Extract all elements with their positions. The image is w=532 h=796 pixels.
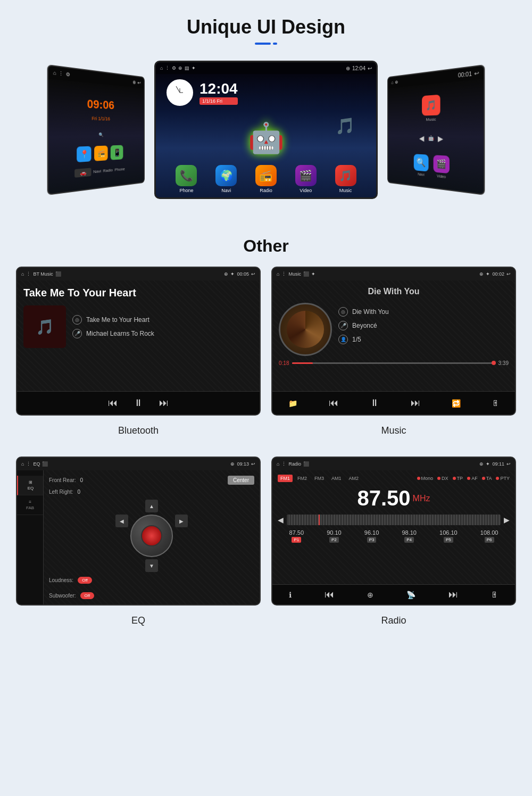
music-progress-bar[interactable]: [292, 362, 495, 364]
title-underline: [255, 43, 277, 45]
music-prev-btn[interactable]: ⏮: [329, 397, 338, 409]
radio-broadcast-btn[interactable]: 📡: [406, 591, 415, 599]
right-navi-icon[interactable]: 🔍: [414, 154, 429, 171]
center-loc-icon: ⊕: [346, 65, 350, 71]
eq-sidebar-eq-label: EQ: [28, 486, 34, 491]
radio-preset-2[interactable]: 90.10 P2: [327, 529, 342, 543]
center-menu-icon: ⋮: [165, 65, 170, 71]
center-time-area: 12:04 1/1/16 Fri: [156, 74, 376, 111]
radio-app-icon[interactable]: 📻: [255, 165, 277, 186]
radio-preset-4[interactable]: 98.10 P4: [402, 529, 417, 543]
left-screen: ⌂ ⋮ ⚙ ⊕ ↩ 09:06 Fri 1/1/16 🔍 📍 📻 📱 🚗: [47, 64, 145, 195]
music-folder-btn[interactable]: 📁: [288, 399, 297, 408]
android-robot-area: 🤖 🎵: [156, 111, 376, 165]
right-prev-icon[interactable]: ◀: [419, 134, 425, 143]
radio-title-label: Radio: [288, 461, 301, 467]
center-app-radio[interactable]: 📻 Radio: [255, 165, 277, 193]
navi-app-icon[interactable]: 🌍: [215, 165, 237, 186]
music-track-row: ◎ Die With You: [338, 307, 389, 317]
eq-title-label: EQ: [33, 461, 40, 467]
center-app-music[interactable]: 🎵 Music: [335, 165, 356, 193]
eq-arrow-right[interactable]: ▶: [175, 515, 188, 527]
music-note-icon: 🎵: [335, 117, 355, 135]
phone-app-label: Phone: [179, 188, 193, 193]
radio-presets: 87.50 P1 90.10 P2 96.10 P3 98.10 P4 106.…: [278, 529, 510, 543]
radio-tune-right-icon[interactable]: ▶: [504, 516, 510, 524]
music-usb-icon: ✦: [311, 271, 315, 277]
radio-tune-left-icon[interactable]: ◀: [278, 516, 284, 524]
radio-fm1-btn[interactable]: FM1: [278, 475, 293, 482]
music-repeat-btn[interactable]: 🔁: [452, 399, 461, 408]
music-app-icon[interactable]: 🎵: [335, 165, 356, 186]
left-navi-icon[interactable]: 📍: [77, 146, 91, 162]
right-video-icon[interactable]: 🎬: [434, 155, 450, 173]
radio-tuner-bar[interactable]: [287, 515, 501, 525]
radio-fm3-btn[interactable]: FM3: [312, 475, 327, 482]
video-app-icon[interactable]: 🎬: [295, 165, 317, 186]
radio-am1-btn[interactable]: AM1: [329, 475, 344, 482]
preset5-label: P5: [444, 537, 453, 543]
menu-icon: ⋮: [59, 71, 64, 77]
music-pause-btn[interactable]: ⏸: [370, 397, 379, 409]
eq-loudness-toggle[interactable]: Off: [78, 577, 92, 584]
eq-arrow-down[interactable]: ▼: [145, 559, 158, 572]
eq-arrow-up[interactable]: ▲: [145, 500, 158, 512]
radio-eq-btn[interactable]: 🎚: [491, 591, 498, 599]
center-app-video[interactable]: 🎬 Video: [295, 165, 317, 193]
music-home-icon: ⌂: [277, 271, 279, 277]
radio-info-btn[interactable]: ℹ: [289, 591, 292, 599]
right-music-icon[interactable]: 🎵: [422, 95, 440, 116]
underline-bar-short: [273, 43, 277, 45]
bt-pause-btn[interactable]: ⏸: [134, 397, 143, 409]
eq-arrow-left[interactable]: ◀: [115, 515, 128, 527]
eq-sidebar-fab[interactable]: ≡ FAB: [17, 495, 43, 515]
eq-subwoofer-toggle[interactable]: Off: [80, 592, 95, 599]
left-car-btn[interactable]: 🚗: [74, 168, 91, 177]
eq-center-button[interactable]: Center: [228, 476, 254, 485]
radio-prev-btn[interactable]: ⏮: [325, 589, 334, 600]
radio-time: 09:11: [492, 461, 504, 467]
right-music-app[interactable]: 🎵 Music: [422, 95, 440, 122]
right-back-icon: ↩: [474, 70, 479, 77]
eq-left-right-value: 0: [78, 489, 81, 495]
preset6-label: P6: [485, 537, 494, 543]
eq-loudness-label: Loudness:: [49, 577, 73, 583]
bt-player-controls: ⏮ ⏸ ⏭: [17, 391, 260, 414]
right-screen: ⌂ ⊕ 00:01 ↩ 🎵 Music ◀ 🤖 ▶ �: [387, 64, 485, 195]
right-video-app[interactable]: 🎬 Video: [434, 155, 450, 179]
music-next-btn[interactable]: ⏭: [411, 397, 420, 409]
radio-controls: ℹ ⏮ ⊕ 📡 ⏭ 🎚: [272, 584, 515, 604]
left-radio-icon[interactable]: 📻: [94, 145, 107, 161]
bt-prev-btn[interactable]: ⏮: [108, 397, 118, 409]
eq-gps-icon: ⊕: [230, 461, 235, 467]
date-badge: 1/1/16 Fri: [200, 97, 238, 105]
radio-preset-1[interactable]: 87.50 P1: [289, 529, 304, 543]
radio-fm2-btn[interactable]: FM2: [295, 475, 310, 482]
screens-container: ⌂ ⋮ ⚙ ⊕ ↩ 09:06 Fri 1/1/16 🔍 📍 📻 📱 🚗: [11, 55, 521, 204]
radio-preset-5[interactable]: 106.10 P5: [439, 529, 458, 543]
left-phone-icon[interactable]: 📱: [111, 145, 123, 160]
radio-bt-icon: ✦: [486, 461, 490, 467]
radio-next-btn[interactable]: ⏭: [448, 589, 458, 600]
center-app-navi[interactable]: 🌍 Navi: [215, 165, 237, 193]
back-icon: ↩: [137, 80, 140, 86]
radio-preset-6[interactable]: 108.00 P6: [480, 529, 498, 543]
bt-next-btn[interactable]: ⏭: [159, 397, 169, 409]
right-next-icon[interactable]: ▶: [438, 134, 443, 143]
eq-knob[interactable]: [130, 515, 173, 557]
music-eq-btn[interactable]: 🎚: [492, 399, 500, 408]
radio-preset-3[interactable]: 96.10 P3: [364, 529, 379, 543]
phone-app-icon[interactable]: 📞: [176, 165, 197, 186]
music-artist-row: 🎤 Beyoncé: [338, 321, 389, 330]
eq-sidebar: ⊞ EQ ≡ FAB: [17, 470, 44, 604]
radio-am2-btn[interactable]: AM2: [346, 475, 362, 482]
radio-tp: TP: [453, 476, 463, 481]
center-app-phone[interactable]: 📞 Phone: [176, 165, 197, 193]
eq-grid-icon: ⊞: [29, 480, 32, 485]
bt-title: BT Music: [33, 271, 53, 277]
right-music-controls: ◀ 🤖 ▶: [414, 134, 448, 143]
eq-sidebar-eq[interactable]: ⊞ EQ: [17, 476, 43, 495]
right-navi-app[interactable]: 🔍 Navi: [414, 154, 429, 177]
left-screen-time: 09:06: [87, 97, 114, 112]
radio-home-btn[interactable]: ⊕: [367, 591, 373, 599]
